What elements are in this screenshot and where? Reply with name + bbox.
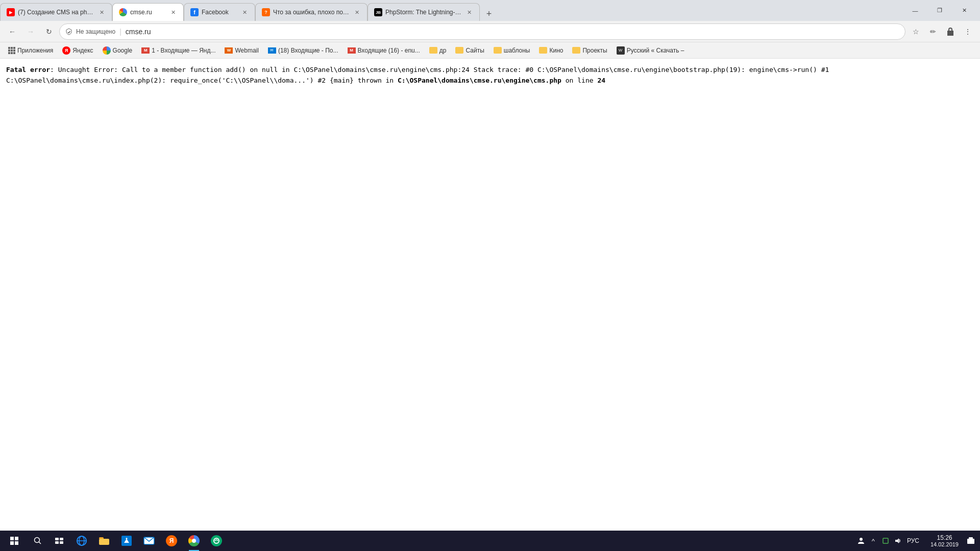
- tab-close-cmse[interactable]: ✕: [169, 8, 177, 16]
- taskbar-app-green[interactable]: [205, 531, 228, 551]
- close-button[interactable]: ✕: [952, 3, 976, 19]
- error-text-part1: : Uncaught Error: Call to a member funct…: [50, 66, 829, 73]
- back-button[interactable]: ←: [4, 23, 20, 40]
- bookmark-folder-dr[interactable]: др: [425, 46, 451, 55]
- browser-frame: ▶ (7) Создание CMS на php - 5 ур... ✕ cm…: [0, 0, 980, 551]
- svg-rect-11: [99, 539, 109, 545]
- windows-icon: [10, 537, 18, 545]
- bookmark-mail2[interactable]: ✉ (18) Входящие - По...: [264, 46, 342, 55]
- bookmark-folder-sites[interactable]: Сайты: [451, 46, 488, 55]
- title-bar: ▶ (7) Создание CMS на php - 5 ур... ✕ cm…: [0, 0, 980, 21]
- forward-button[interactable]: →: [22, 23, 39, 40]
- menu-button[interactable]: ⋮: [960, 23, 976, 40]
- bookmark-folder-dr-label: др: [439, 47, 447, 54]
- extensions-button[interactable]: [942, 23, 959, 40]
- bookmark-folder-sites-label: Сайты: [465, 47, 484, 54]
- chrome-taskbar-icon: [188, 535, 200, 546]
- bookmarks-bar: Приложения Я Яндекс Google M 1 - Входящи…: [0, 42, 980, 59]
- taskbar-app-store[interactable]: [115, 531, 138, 551]
- bookmark-mail2-label: (18) Входящие - По...: [278, 47, 338, 54]
- systray-flag-icon[interactable]: [880, 536, 891, 546]
- svg-line-3: [39, 542, 41, 544]
- svg-point-16: [860, 538, 863, 541]
- svg-marker-18: [895, 538, 899, 543]
- clock-date: 14.02.2019: [930, 541, 959, 547]
- youtube-favicon: ▶: [7, 8, 15, 16]
- error-message: Fatal error: Uncaught Error: Call to a m…: [6, 65, 974, 86]
- taskbar-app-yandex[interactable]: Я: [160, 531, 183, 551]
- bookmark-mail3[interactable]: M Входящие (16) - enu...: [344, 46, 424, 55]
- taskbar: Я: [0, 531, 980, 551]
- maximize-button[interactable]: ❐: [928, 3, 951, 19]
- tab-question[interactable]: ? Что за ошибка, плохо понима... ✕: [255, 3, 368, 21]
- taskbar-app-explorer[interactable]: [93, 531, 115, 551]
- tab-title-cmse: cmse.ru: [130, 9, 166, 16]
- tab-title-phpstorm: PhpStorm: The Lightning-Smart ...: [385, 9, 462, 16]
- taskbar-app-mail[interactable]: [138, 531, 160, 551]
- tab-cmse[interactable]: cmse.ru ✕: [112, 3, 184, 21]
- taskbar-app-ie[interactable]: [70, 531, 93, 551]
- svg-rect-20: [969, 537, 973, 539]
- reload-button[interactable]: ↻: [41, 23, 57, 40]
- minimize-button[interactable]: —: [903, 3, 927, 19]
- start-button[interactable]: [2, 531, 27, 551]
- systray-chevron-icon[interactable]: ^: [868, 536, 878, 546]
- systray-person-icon[interactable]: [856, 536, 866, 546]
- tab-youtube[interactable]: ▶ (7) Создание CMS на php - 5 ур... ✕: [0, 3, 112, 21]
- nav-bar: ← → ↻ Не защищено | cmse.ru ☆ ✏: [0, 21, 980, 42]
- bookmark-mail1[interactable]: M 1 - Входящие — Янд...: [137, 46, 219, 55]
- tab-close-question[interactable]: ✕: [353, 8, 361, 16]
- systray-language[interactable]: РУС: [905, 537, 921, 544]
- taskbar-apps: Я: [70, 531, 228, 551]
- security-icon: [66, 28, 72, 35]
- tab-close-phpstorm[interactable]: ✕: [465, 8, 473, 16]
- bookmark-folder-kino[interactable]: Кино: [535, 46, 567, 55]
- address-bar[interactable]: Не защищено | cmse.ru: [59, 23, 905, 40]
- tab-facebook[interactable]: f Facebook ✕: [184, 3, 255, 21]
- svg-rect-6: [55, 541, 59, 544]
- tab-title-youtube: (7) Создание CMS на php - 5 ур...: [18, 9, 94, 16]
- yandex-browser-icon: Я: [166, 535, 177, 546]
- bookmark-folder-projects[interactable]: Проекты: [568, 46, 611, 55]
- edit-button[interactable]: ✏: [925, 23, 941, 40]
- phpstorm-favicon: JB: [374, 8, 382, 16]
- bookmark-russian[interactable]: W Русский « Скачать –: [612, 45, 689, 56]
- error-text-part3: on line: [561, 77, 597, 84]
- new-tab-button[interactable]: +: [482, 7, 496, 21]
- nav-actions: ☆ ✏ ⋮: [908, 23, 976, 40]
- bookmark-yandex-label: Яндекс: [72, 47, 93, 54]
- bookmark-folder-kino-label: Кино: [549, 47, 563, 54]
- bookmark-apps[interactable]: Приложения: [4, 46, 57, 55]
- systray-volume-icon[interactable]: [893, 536, 903, 546]
- error-text-part2: C:\OSPanel\domains\cmse.ru\index.php(2):…: [6, 77, 398, 84]
- taskbar-clock[interactable]: 15:26 14.02.2019: [926, 534, 963, 547]
- bookmark-yandex[interactable]: Я Яндекс: [58, 45, 97, 56]
- tab-close-youtube[interactable]: ✕: [97, 8, 106, 16]
- fatal-error-label: Fatal error: [6, 66, 50, 73]
- bookmark-mail1-label: 1 - Входящие — Янд...: [152, 47, 215, 54]
- facebook-favicon: f: [190, 8, 199, 16]
- svg-rect-19: [967, 539, 974, 544]
- tab-close-facebook[interactable]: ✕: [240, 8, 249, 16]
- window-controls: — ❐ ✕: [899, 0, 980, 21]
- taskbar-notification-button[interactable]: [964, 531, 978, 551]
- bookmark-google[interactable]: Google: [99, 45, 137, 56]
- bookmark-apps-label: Приложения: [17, 47, 53, 54]
- bookmark-google-label: Google: [113, 47, 133, 54]
- bookmark-webmail[interactable]: W Webmail: [220, 46, 262, 55]
- tab-phpstorm[interactable]: JB PhpStorm: The Lightning-Smart ... ✕: [368, 3, 480, 21]
- systray: ^ РУС: [852, 536, 925, 546]
- address-text: cmse.ru: [126, 28, 899, 36]
- tab-title-question: Что за ошибка, плохо понима...: [273, 9, 350, 16]
- bookmark-mail3-label: Входящие (16) - enu...: [358, 47, 420, 54]
- tabs-container: ▶ (7) Создание CMS на php - 5 ур... ✕ cm…: [0, 0, 899, 21]
- task-view-button[interactable]: [49, 531, 69, 551]
- bookmark-button[interactable]: ☆: [908, 23, 924, 40]
- taskbar-search-button[interactable]: [28, 531, 48, 551]
- cmse-favicon: [119, 8, 127, 16]
- svg-rect-7: [60, 541, 63, 544]
- svg-point-13: [126, 538, 128, 539]
- question-favicon: ?: [262, 8, 270, 16]
- taskbar-app-chrome[interactable]: [183, 531, 205, 551]
- bookmark-folder-templates[interactable]: шаблоны: [489, 46, 534, 55]
